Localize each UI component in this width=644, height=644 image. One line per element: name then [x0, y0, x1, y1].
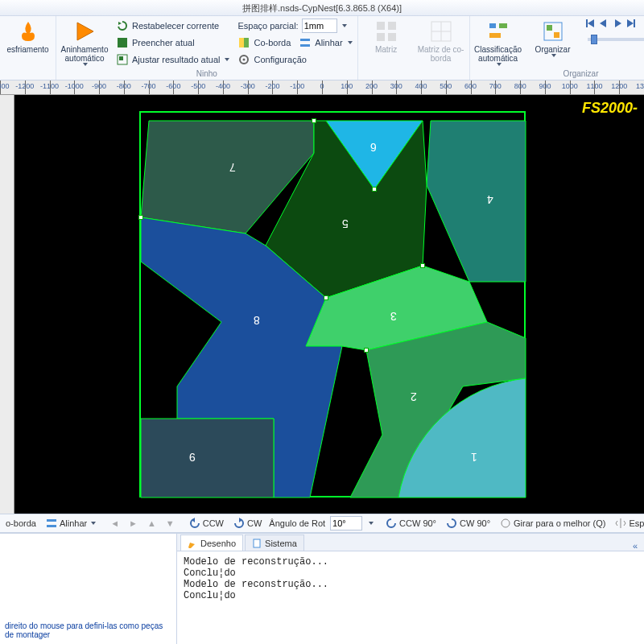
vertex-node[interactable] [138, 215, 143, 220]
drawing-canvas[interactable]: FS2000- [14, 95, 644, 514]
ccw90-button[interactable]: CCW 90° [383, 515, 439, 531]
nav-next-icon[interactable] [612, 18, 623, 31]
vertex-node[interactable] [364, 348, 369, 353]
organizar-button[interactable]: Organizar [530, 18, 576, 57]
svg-rect-4 [119, 56, 123, 60]
arrow-up-icon[interactable]: ▲ [145, 515, 159, 531]
best-rotate-icon [500, 518, 511, 529]
machine-label: FS2000- [582, 100, 638, 117]
ribbon-group-organizar: Classificação automática Organizar Organ… [470, 16, 644, 80]
ribbon-group-esfriamento: esfriamento [0, 16, 56, 80]
align-icon [299, 36, 312, 49]
vertex-node[interactable] [372, 187, 377, 192]
piece-label-8: 8 [254, 314, 260, 327]
log-output[interactable]: Modelo de reconstrução... Conclu¦do Mode… [177, 551, 644, 644]
espaco-parcial-field[interactable]: Espaço parcial: [237, 18, 352, 34]
svg-rect-41 [254, 539, 260, 547]
fill-icon [116, 36, 129, 49]
alinhar-tool[interactable]: Alinhar [43, 515, 98, 531]
aninhamento-label: Aninhamento automático [61, 45, 109, 63]
configuracao-button[interactable]: Configuração [237, 52, 352, 68]
piece-label-9: 9 [189, 451, 196, 464]
ajustar-resultado-button[interactable]: Ajustar resultado atual [116, 52, 229, 68]
dropdown-icon [83, 63, 88, 66]
piece-label-6: 6 [370, 141, 377, 154]
dropdown-icon [348, 41, 353, 44]
coborda-button[interactable]: Co-borda [237, 35, 291, 51]
svg-marker-1 [118, 22, 122, 25]
svg-rect-12 [388, 22, 396, 30]
hint-text: direito do mouse para defini-las como pe… [5, 621, 171, 639]
hint-pane: direito do mouse para defini-las como pe… [0, 534, 177, 644]
nav-prev-icon[interactable] [598, 18, 609, 31]
cw90-button[interactable]: CW 90° [444, 515, 493, 531]
piece-label-1: 1 [471, 451, 477, 464]
group-label-organizar: Organizar [475, 69, 644, 80]
group-label-ninho: Ninho [61, 69, 353, 80]
ccw-button[interactable]: CCW [187, 515, 226, 531]
bottom-panel: direito do mouse para defini-las como pe… [0, 533, 644, 644]
arrow-down-icon[interactable]: ▼ [163, 515, 177, 531]
dropdown-icon [497, 63, 502, 66]
svg-marker-36 [192, 518, 195, 522]
zoom-slider[interactable] [588, 38, 644, 41]
svg-point-38 [502, 519, 510, 527]
arrow-left-icon[interactable]: ◄ [108, 515, 122, 531]
svg-rect-2 [118, 38, 127, 47]
angulo-input[interactable] [330, 516, 362, 530]
svg-marker-26 [600, 19, 606, 27]
ribbon: esfriamento Aninhamento automático Resta… [0, 16, 644, 80]
alinhar-button[interactable]: Alinhar [299, 35, 352, 51]
preencher-atual-button[interactable]: Preencher atual [116, 35, 229, 51]
play-icon [72, 19, 97, 43]
piece-4[interactable] [427, 121, 526, 282]
nav-last-icon[interactable] [625, 18, 637, 31]
coborda-tool[interactable]: o-borda [3, 515, 39, 531]
vertex-node[interactable] [312, 118, 316, 123]
svg-rect-23 [554, 32, 559, 38]
grid-icon [374, 19, 398, 43]
piece-label-5: 5 [342, 217, 349, 230]
ruler-vertical [0, 95, 14, 514]
matriz-button[interactable]: Matriz [363, 18, 410, 54]
align-icon [46, 518, 57, 529]
vertex-node[interactable] [324, 295, 328, 300]
piece-9[interactable] [141, 419, 274, 497]
ruler-horizontal: -1300-1200-1100-1000-900-800-700-600-500… [0, 80, 644, 95]
window-title: 拼图排样.nsds-CypNest[6.3.865.8 (X64)] [242, 3, 402, 13]
nav-first-icon[interactable] [584, 18, 596, 31]
piece-label-2: 2 [411, 390, 417, 403]
espaco-parcial-input[interactable] [302, 19, 337, 33]
rotate-cw-icon [446, 518, 457, 529]
girar-melhor-button[interactable]: Girar para o melhor (Q) [497, 515, 608, 531]
vertex-node[interactable] [420, 263, 425, 268]
collapse-log-icon[interactable]: « [626, 541, 644, 551]
arrow-right-icon[interactable]: ► [126, 515, 140, 531]
espelho-button[interactable]: Espelho [613, 515, 644, 531]
refresh-icon [116, 19, 129, 32]
svg-rect-22 [547, 25, 552, 31]
dropdown-icon [342, 24, 347, 27]
canvas-area: FS2000- [0, 95, 644, 514]
svg-rect-14 [388, 33, 396, 41]
matriz-coborda-button[interactable]: Matriz de co-borda [418, 18, 464, 63]
esfriamento-label: esfriamento [6, 45, 48, 54]
svg-rect-6 [244, 38, 249, 47]
dropdown-icon [551, 54, 556, 57]
svg-rect-34 [47, 519, 56, 522]
esfriamento-button[interactable]: esfriamento [5, 18, 51, 54]
svg-marker-37 [239, 518, 242, 522]
gear-icon [237, 53, 250, 66]
tab-desenho[interactable]: Desenho [180, 535, 243, 551]
svg-rect-8 [300, 44, 310, 47]
cw-button[interactable]: CW [231, 515, 264, 531]
organize-icon [541, 19, 565, 43]
aninhamento-automatico-button[interactable]: Aninhamento automático [61, 18, 108, 66]
svg-rect-29 [634, 19, 635, 27]
svg-rect-13 [377, 33, 385, 41]
tab-sistema[interactable]: Sistema [245, 535, 304, 551]
restabelecer-corrente-button[interactable]: Restabelecer corrente [116, 18, 229, 34]
svg-rect-19 [499, 23, 507, 28]
rotate-ccw-icon [189, 518, 200, 529]
classificacao-automatica-button[interactable]: Classificação automática [475, 18, 522, 66]
